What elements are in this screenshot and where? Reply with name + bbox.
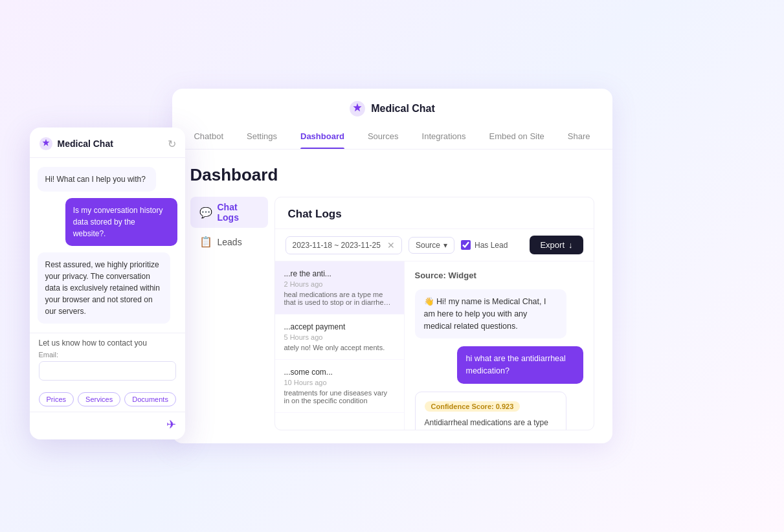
top-nav: Medical Chat Chatbot Settings Dashboard … — [172, 89, 612, 150]
brand-name: Medical Chat — [371, 103, 435, 115]
dashboard-card: Medical Chat Chatbot Settings Dashboard … — [172, 89, 612, 443]
confidence-card: Confidence Score: 0.923 Antidiarrheal me… — [415, 392, 566, 430]
chat-item-preview-1: ately no! We only accept ments. — [284, 344, 395, 351]
chat-list: ...re the anti... 2 Hours ago heal medic… — [275, 261, 405, 430]
chat-list-item-1[interactable]: ...accept payment 5 Hours ago ately no! … — [275, 315, 404, 360]
widget-brand-icon — [39, 137, 53, 151]
source-filter[interactable]: Source ▾ — [409, 237, 454, 254]
chat-logs-title: Chat Logs — [275, 197, 594, 229]
sidebar-item-leads-label: Leads — [218, 237, 242, 247]
dashboard-body: Dashboard 💬 Chat Logs 📋 Leads Chat Logs — [172, 150, 612, 443]
brand-icon — [349, 100, 366, 117]
sidebar-item-leads[interactable]: 📋 Leads — [190, 230, 268, 253]
chat-item-meta-0: 2 Hours ago — [284, 280, 395, 288]
source-panel-label: Source: Widget — [415, 271, 583, 280]
tab-sources[interactable]: Sources — [356, 126, 410, 149]
chat-logs-panel: Chat Logs 2023-11-18 ~ 2023-11-25 ✕ Sour… — [274, 197, 594, 430]
widget-email-label: Email: — [39, 351, 176, 359]
widget-brand: Medical Chat — [39, 137, 113, 151]
leads-icon: 📋 — [199, 236, 212, 248]
widget-bot-reply1: Rest assured, we highly prioritize your … — [38, 252, 170, 324]
quick-btn-documents[interactable]: Documents — [124, 392, 176, 406]
tab-chatbot[interactable]: Chatbot — [182, 126, 235, 149]
export-icon: ↓ — [568, 240, 573, 250]
chat-item-title-2: ...some com... — [284, 368, 395, 377]
chat-item-title-1: ...accept payment — [284, 322, 395, 331]
tab-settings[interactable]: Settings — [235, 126, 289, 149]
tab-integrations[interactable]: Integrations — [410, 126, 478, 149]
chat-list-item-2[interactable]: ...some com... 10 Hours ago treatments f… — [275, 360, 404, 413]
widget-user-msg1: Is my conversation history data stored b… — [65, 198, 177, 246]
widget-bot-greeting: Hi! What can I help you with? — [38, 167, 157, 192]
page-title: Dashboard — [190, 165, 594, 185]
bot-greeting-bubble: 👋 Hi! my name is Medical Chat, I am here… — [415, 289, 566, 338]
date-filter[interactable]: 2023-11-18 ~ 2023-11-25 ✕ — [286, 236, 402, 254]
widget-header: Medical Chat ↻ — [30, 127, 185, 158]
widget-messages: Hi! What can I help you with? Is my conv… — [30, 158, 185, 333]
widget-input-row: ✈ — [30, 412, 185, 439]
widget-lead-label: Let us know how to contact you — [39, 338, 176, 348]
brand-row: Medical Chat — [349, 100, 435, 117]
nav-tabs: Chatbot Settings Dashboard Sources Integ… — [182, 126, 601, 149]
sidebar: 💬 Chat Logs 📋 Leads — [190, 197, 268, 420]
chat-item-preview-2: treatments for une diseases vary in on t… — [284, 389, 395, 405]
tab-share[interactable]: Share — [556, 126, 602, 149]
source-filter-label: Source — [416, 241, 440, 250]
main-content-row: ...re the anti... 2 Hours ago heal medic… — [275, 261, 594, 430]
chat-item-title-0: ...re the anti... — [284, 269, 395, 278]
widget-send-button[interactable]: ✈ — [166, 417, 176, 432]
widget-lead-section: Let us know how to contact you Email: — [30, 333, 185, 387]
has-lead-checkbox[interactable] — [461, 240, 471, 250]
quick-btn-prices[interactable]: Prices — [39, 392, 74, 406]
refresh-icon[interactable]: ↻ — [168, 138, 176, 150]
chat-item-meta-2: 10 Hours ago — [284, 379, 395, 386]
confidence-badge: Confidence Score: 0.923 — [425, 401, 521, 412]
date-range-text: 2023-11-18 ~ 2023-11-25 — [293, 241, 381, 250]
chat-item-preview-0: heal medications are a type me that is u… — [284, 291, 395, 306]
tab-embed-on-site[interactable]: Embed on Site — [478, 126, 556, 149]
source-dropdown-icon: ▾ — [443, 241, 447, 250]
widget-quick-buttons: Prices Services Documents — [30, 387, 185, 412]
date-filter-close[interactable]: ✕ — [387, 240, 395, 250]
sidebar-item-chat-logs-label: Chat Logs — [218, 202, 259, 223]
widget-text-input[interactable] — [39, 420, 161, 429]
user-question-bubble: hi what are the antidiarrheal medication… — [457, 346, 583, 384]
has-lead-filter[interactable]: Has Lead — [461, 240, 508, 250]
widget-brand-name: Medical Chat — [58, 139, 113, 149]
widget-email-input[interactable] — [39, 361, 176, 381]
chat-item-meta-1: 5 Hours ago — [284, 333, 395, 341]
source-panel: Source: Widget 👋 Hi! my name is Medical … — [405, 261, 594, 430]
chat-widget: Medical Chat ↻ Hi! What can I help you w… — [30, 127, 185, 439]
quick-btn-services[interactable]: Services — [78, 392, 120, 406]
export-button[interactable]: Export ↓ — [530, 236, 583, 254]
main-layout: 💬 Chat Logs 📋 Leads Chat Logs 2023-11-18… — [190, 197, 594, 430]
sidebar-item-chat-logs[interactable]: 💬 Chat Logs — [190, 197, 268, 228]
export-label: Export — [540, 240, 565, 250]
confidence-text: Antidiarrheal medications are a type of … — [425, 417, 557, 430]
tab-dashboard[interactable]: Dashboard — [289, 126, 356, 149]
chat-list-item-0[interactable]: ...re the anti... 2 Hours ago heal medic… — [275, 261, 404, 315]
chat-logs-icon: 💬 — [199, 206, 212, 219]
filters-row: 2023-11-18 ~ 2023-11-25 ✕ Source ▾ Has L… — [275, 229, 594, 261]
has-lead-label: Has Lead — [475, 241, 508, 250]
